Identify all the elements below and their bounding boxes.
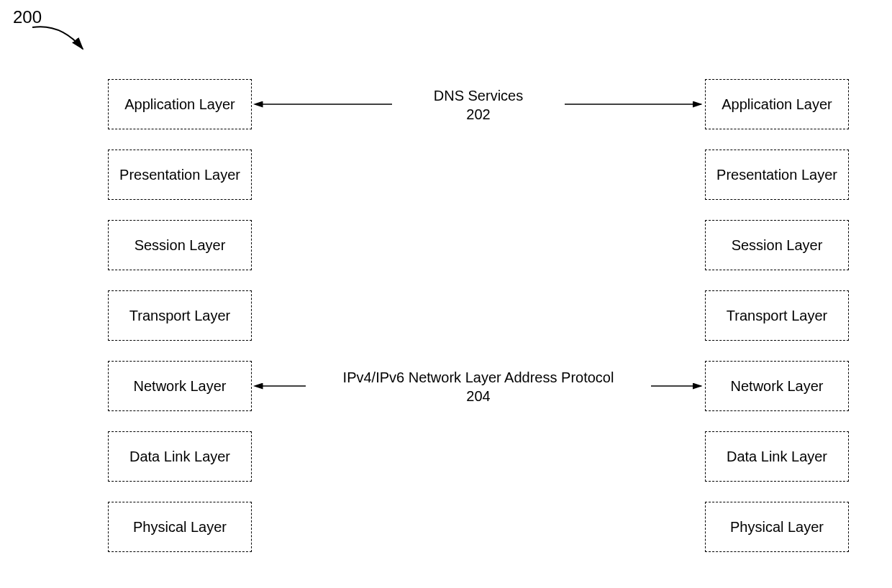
right-network-layer: Network Layer <box>705 361 849 411</box>
dns-label-title: DNS Services <box>396 86 561 105</box>
left-session-layer: Session Layer <box>108 220 252 270</box>
dns-arrow-right <box>561 97 705 111</box>
dns-arrow-left <box>252 97 396 111</box>
ip-label-ref: 204 <box>309 387 647 405</box>
right-datalink-layer: Data Link Layer <box>705 431 849 482</box>
right-transport-layer: Transport Layer <box>705 290 849 341</box>
ip-label: IPv4/IPv6 Network Layer Address Protocol… <box>309 368 647 405</box>
left-network-layer: Network Layer <box>108 361 252 411</box>
right-session-layer: Session Layer <box>705 220 849 270</box>
dns-label: DNS Services 202 <box>396 86 561 124</box>
left-physical-layer: Physical Layer <box>108 502 252 552</box>
dns-label-ref: 202 <box>396 105 561 124</box>
right-application-layer: Application Layer <box>705 79 849 129</box>
ip-arrow-right <box>647 379 705 393</box>
left-presentation-layer: Presentation Layer <box>108 150 252 200</box>
right-physical-layer: Physical Layer <box>705 502 849 552</box>
figure-pointer-arrow <box>29 14 94 58</box>
ip-arrow-left <box>252 379 309 393</box>
right-presentation-layer: Presentation Layer <box>705 150 849 200</box>
diagram-canvas: 200 Application Layer Presentation Layer… <box>0 0 892 588</box>
ip-label-title: IPv4/IPv6 Network Layer Address Protocol <box>309 368 647 387</box>
left-datalink-layer: Data Link Layer <box>108 431 252 482</box>
left-application-layer: Application Layer <box>108 79 252 129</box>
left-transport-layer: Transport Layer <box>108 290 252 341</box>
